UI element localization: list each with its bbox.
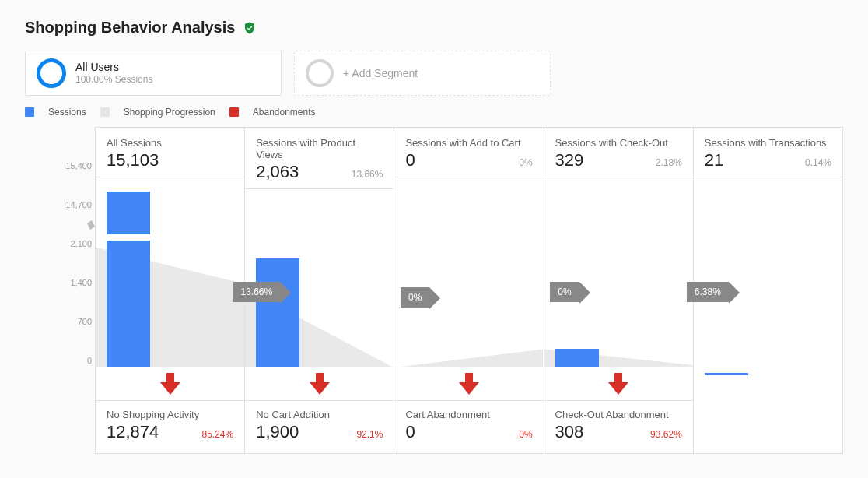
progression-arrow: 0% (401, 287, 429, 308)
abandonment-value-row: 12,87485.24% (107, 422, 233, 442)
progression-arrow: 13.66% (233, 282, 281, 302)
column-body: 13.66% (96, 177, 244, 367)
svg-marker-2 (394, 350, 543, 367)
legend-label-sessions: Sessions (48, 107, 86, 118)
column-value: 2,063 (256, 162, 299, 182)
column-body: 0% (245, 189, 394, 367)
abandonment-arrow-zone (245, 367, 394, 400)
segment-body: All Users 100.00% Sessions (75, 61, 152, 86)
page-root: Shopping Behavior Analysis All Users 100… (0, 0, 868, 478)
column-label: Sessions with Transactions (705, 137, 831, 149)
add-segment-button[interactable]: + Add Segment (294, 51, 551, 96)
column-value: 15,103 (107, 150, 159, 170)
column-value-row: 3292.18% (555, 150, 682, 170)
abandonment-value-row: 1,90092.1% (256, 422, 383, 442)
column-percent: 0.14% (805, 157, 831, 168)
progression-arrow-label: 6.38% (687, 282, 729, 302)
legend-label-progression: Shopping Progression (124, 107, 215, 118)
column-header: Sessions with Check-Out3292.18% (544, 128, 693, 177)
column-header: Sessions with Add to Cart00% (394, 128, 543, 177)
column-percent: 2.18% (656, 157, 682, 168)
title-row: Shopping Behavior Analysis (25, 19, 843, 37)
column-header: Sessions with Transactions210.14% (694, 128, 842, 177)
funnel-column[interactable]: All Sessions15,10313.66%No Shopping Acti… (95, 127, 245, 454)
column-body (694, 177, 842, 375)
abandonment-arrow-zone (394, 367, 543, 400)
column-body: 6.38% (544, 177, 693, 367)
column-label: All Sessions (107, 137, 233, 149)
y-tick: 700 (78, 317, 92, 326)
column-header: Sessions with Product Views2,06313.66% (245, 128, 394, 189)
abandonment-label: No Cart Addition (256, 409, 383, 420)
segment-ring-placeholder-icon (306, 59, 334, 87)
sessions-bar (256, 258, 299, 367)
down-arrow-icon (608, 373, 628, 395)
down-arrow-icon (160, 373, 180, 395)
segment-row: All Users 100.00% Sessions + Add Segment (25, 51, 843, 96)
abandonment-label: Check-Out Abandonment (555, 409, 682, 420)
segment-ring-icon (37, 58, 66, 88)
column-value-row: 15,103 (107, 150, 233, 170)
segment-card-all-users[interactable]: All Users 100.00% Sessions (25, 51, 282, 96)
y-tick: 15,400 (65, 161, 92, 170)
abandonment-percent: 0% (519, 429, 532, 440)
column-footer: Cart Abandonment00% (394, 400, 543, 453)
legend-swatch-abandonments (229, 107, 239, 117)
funnel-columns: All Sessions15,10313.66%No Shopping Acti… (95, 127, 843, 454)
abandonment-percent: 92.1% (356, 429, 383, 440)
column-value: 21 (705, 150, 723, 170)
segment-subtext: 100.00% Sessions (75, 74, 152, 86)
column-value-row: 210.14% (705, 150, 831, 170)
progression-arrow-label: 0% (401, 287, 429, 308)
abandonment-label: No Shopping Activity (107, 409, 233, 420)
abandonment-value-row: 00% (405, 422, 532, 442)
column-value: 0 (405, 150, 415, 170)
y-tick: 2,100 (70, 239, 92, 248)
column-footer: No Shopping Activity12,87485.24% (96, 400, 244, 453)
legend-swatch-progression (100, 107, 110, 117)
legend-swatch-sessions (25, 107, 34, 117)
segment-name: All Users (75, 61, 152, 75)
down-arrow-icon (310, 373, 330, 395)
funnel-chart: 15,400 14,700 2,100 1,400 700 0 All Sess… (25, 127, 843, 454)
shield-check-icon (243, 21, 257, 35)
y-tick: 1,400 (70, 278, 92, 287)
add-segment-label: + Add Segment (343, 67, 418, 79)
abandonment-arrow-zone (544, 367, 693, 400)
column-label: Sessions with Product Views (256, 137, 383, 160)
abandonment-value: 0 (405, 422, 415, 442)
abandonment-percent: 85.24% (202, 429, 234, 440)
column-value-row: 00% (405, 150, 532, 170)
column-percent: 13.66% (352, 169, 383, 180)
sessions-bar (555, 349, 599, 367)
progression-arrow-label: 13.66% (233, 282, 281, 302)
page-title: Shopping Behavior Analysis (25, 19, 235, 37)
down-arrow-icon (459, 373, 479, 395)
abandonment-value: 1,900 (256, 422, 299, 442)
column-footer: Check-Out Abandonment30893.62% (544, 400, 693, 453)
sessions-bar (705, 373, 748, 375)
y-tick: 0 (87, 356, 92, 365)
y-tick: 14,700 (65, 200, 92, 209)
column-header: All Sessions15,103 (96, 128, 244, 177)
chart-legend: Sessions Shopping Progression Abandonmen… (25, 107, 843, 118)
progression-arrow: 6.38% (687, 282, 729, 302)
abandonment-value-row: 30893.62% (555, 422, 682, 442)
abandonment-label: Cart Abandonment (405, 409, 532, 420)
legend-label-abandonments: Abandonments (253, 107, 316, 118)
column-footer: No Cart Addition1,90092.1% (245, 400, 394, 453)
column-label: Sessions with Check-Out (555, 137, 682, 149)
column-label: Sessions with Add to Cart (405, 137, 532, 149)
progression-flow (544, 177, 693, 367)
progression-arrow: 0% (550, 282, 579, 302)
column-value-row: 2,06313.66% (256, 162, 383, 182)
abandonment-percent: 93.62% (650, 429, 682, 440)
column-percent: 0% (519, 157, 532, 168)
abandonment-arrow-zone (96, 367, 244, 400)
y-axis: 15,400 14,700 2,100 1,400 700 0 (25, 166, 95, 360)
column-value: 329 (555, 150, 584, 170)
progression-flow (394, 177, 543, 367)
column-body: 0% (394, 177, 543, 367)
abandonment-value: 12,874 (107, 422, 159, 442)
abandonment-value: 308 (555, 422, 584, 442)
